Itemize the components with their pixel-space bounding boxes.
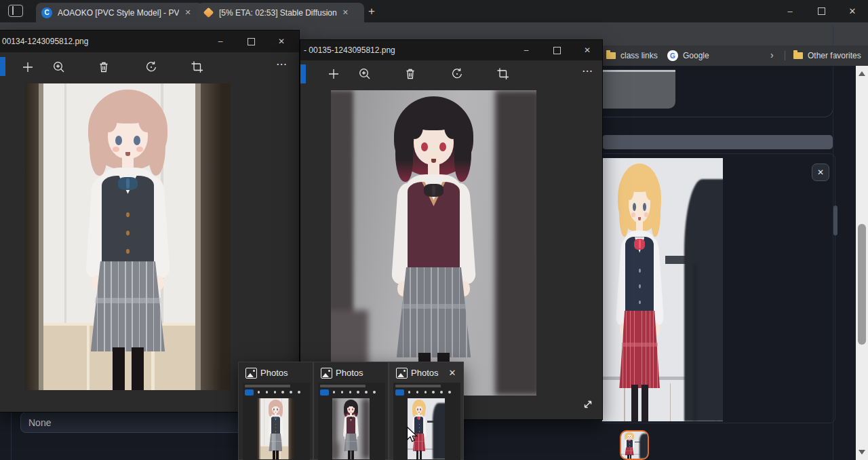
panel-edge [833,66,833,460]
taskbar-preview-card-hovered[interactable]: Photos ✕ [389,362,464,460]
tab-title: AOAOKO [PVC Style Model] - PV [58,8,179,18]
see-more-icon[interactable]: ⋯ [580,64,595,79]
taskbar-preview-flyout: Photos Photos Photos ✕ [238,362,464,460]
photos-window-title: 00134-1243095812.png [2,37,88,46]
minimize-button[interactable]: – [511,40,542,60]
photos-toolbar: ⋯ [300,60,602,90]
inner-scrollbar-thumb[interactable] [833,206,837,235]
tab-close-icon[interactable]: ✕ [184,8,191,17]
see-all-photos-button[interactable] [300,64,306,83]
add-icon[interactable] [326,66,341,81]
photos-app-icon [396,368,408,379]
civitai-favicon: C [41,7,52,18]
photos-titlebar[interactable]: - 00135-1243095812.png – ✕ [300,40,602,60]
page-scrollbar[interactable] [856,66,868,460]
zoom-icon[interactable] [357,66,372,81]
window-close-button[interactable]: ✕ [837,0,868,22]
tab-title: [5% ETA: 02:53] Stable Diffusion [219,8,337,18]
thumbnail-image [621,432,648,459]
script-dropdown-value: None [21,417,51,428]
see-all-photos-button[interactable] [0,57,5,76]
maximize-button[interactable] [541,40,572,60]
restore-icon [818,7,825,15]
mouse-cursor [406,426,418,444]
preview-app-label: Photos [411,368,438,378]
zoom-icon[interactable] [52,60,66,75]
tab-civitai[interactable]: C AOAOKO [PVC Style Model] - PV ✕ [36,3,203,22]
tab-close-icon[interactable]: ✕ [342,8,349,17]
progress-bar [602,135,833,149]
gray-box [603,70,675,109]
close-button[interactable]: ✕ [266,31,297,52]
photos-app-icon [321,368,332,379]
add-icon[interactable] [20,60,35,75]
close-button[interactable]: ✕ [572,40,603,60]
expand-icon[interactable] [580,397,595,412]
maximize-icon [553,47,561,54]
photo-00134-image[interactable] [25,83,231,390]
scroll-down-arrow[interactable] [859,450,865,455]
new-tab-button[interactable]: + [363,3,380,20]
window-preview[interactable] [243,383,310,460]
panel-border [11,412,12,460]
close-preview-button[interactable]: ✕ [812,164,829,181]
browser-tab-bar: C AOAOKO [PVC Style Model] - PV ✕ [5% ET… [0,0,868,22]
window-minimize-button[interactable]: – [774,0,806,22]
minimize-button[interactable]: – [205,31,236,52]
crop-icon[interactable] [190,60,205,75]
photos-titlebar[interactable]: 00134-1243095812.png – ✕ [0,31,299,52]
delete-icon[interactable] [403,66,418,81]
generated-image[interactable] [602,158,723,421]
window-preview[interactable] [318,383,385,460]
window-preview[interactable] [393,383,460,460]
delete-icon[interactable] [96,60,111,75]
tab-actions-icon [12,6,14,15]
tab-actions-button[interactable] [8,5,23,17]
taskbar-preview-card[interactable]: Photos [313,362,389,460]
preview-app-label: Photos [336,368,363,378]
screen: C AOAOKO [PVC Style Model] - PV ✕ [5% ET… [0,0,868,460]
preview-close-icon[interactable]: ✕ [446,366,458,379]
see-more-icon[interactable]: ⋯ [274,58,289,73]
photos-window-00134[interactable]: 00134-1243095812.png – ✕ ⋯ [0,31,299,412]
tab-stable-diffusion[interactable]: [5% ETA: 02:53] Stable Diffusion ✕ [197,3,364,22]
photos-window-title: - 00135-1243095812.png [304,45,395,55]
photos-app-icon [245,368,257,379]
taskbar-preview-card[interactable]: Photos [238,362,313,460]
rotate-icon[interactable] [450,66,465,81]
rotate-icon[interactable] [144,60,159,75]
photos-toolbar: ⋯ [0,52,299,83]
gradio-favicon [203,7,214,18]
maximize-button[interactable] [235,31,267,52]
scrollbar-thumb[interactable] [858,224,866,345]
scroll-up-arrow[interactable] [859,71,865,76]
photo-00135-image[interactable] [331,90,536,396]
crop-icon[interactable] [496,66,511,81]
preview-app-label: Photos [260,368,288,378]
gallery-thumbnail-selected[interactable] [620,430,649,460]
window-restore-button[interactable] [806,0,837,22]
maximize-icon [248,38,255,45]
